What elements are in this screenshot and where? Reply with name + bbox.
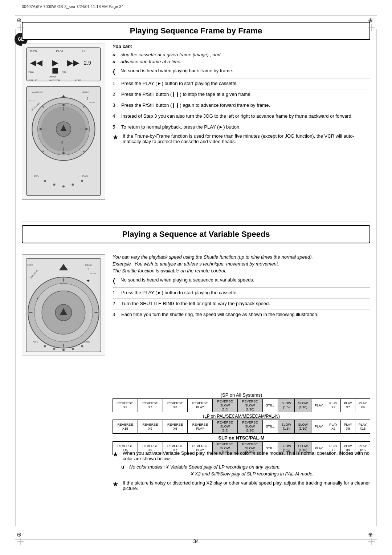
table-cell: REVERSE SLOW (1:5) — [213, 399, 238, 412]
step-s2: 2 Turn the SHUTTLE RING to the left or r… — [113, 298, 370, 306]
note-item-2: ⟨ No sound is heard when playing a seque… — [113, 277, 370, 285]
no-color-text: No color modes : ¥ Variable Speed play o… — [129, 464, 281, 470]
slp-title: SLP on NTSC/PAL-M — [113, 435, 370, 441]
svg-text:MENU: MENU — [85, 264, 92, 266]
svg-text:2: 2 — [87, 268, 89, 271]
section1-title: Playing Sequence Frame by Frame — [22, 22, 370, 40]
table-cell: REVERSE SLOW (1/10) — [237, 420, 262, 433]
crosshair-tr — [368, 17, 375, 24]
comma-marker-2: ⟨ — [113, 277, 118, 285]
bullet-advance: u advance one frame at a time. — [113, 59, 370, 64]
star-note-text-3: If the picture is noisy or distorted dur… — [123, 480, 370, 491]
sp-table: REVERSE X9REVERSE X7REVERSE X3REVERSE PL… — [113, 398, 370, 412]
page-container: 00407A)SV-7000W-GB-3_sea 7/24/01 11:18 A… — [0, 0, 392, 555]
svg-point-67 — [62, 349, 65, 351]
section2-content: You can vary the playback speed using th… — [113, 254, 370, 320]
example-line: Example You wish to analyze an athlete s… — [113, 261, 370, 267]
crosshair-br — [368, 531, 375, 538]
star-note-2: ★ When you activate Variable Speed play,… — [113, 450, 370, 461]
star-note-1: ★ If the Frame-by-Frame function is used… — [113, 133, 370, 144]
svg-text:WARNING: WARNING — [32, 91, 43, 93]
sp-title: (SP on All Systems) — [113, 392, 370, 398]
step-num-2: 2 — [113, 92, 121, 97]
example-text: You wish to analyze an athlete s techniq… — [134, 261, 279, 267]
step-s-text-1: Press the PLAY (►) button to start playi… — [121, 290, 238, 295]
bullet-advance-text: advance one frame at a time. — [121, 59, 181, 64]
table-cell: REVERSE X15 — [113, 420, 138, 433]
section2-intro1: You can vary the playback speed using th… — [113, 254, 370, 260]
note-text-1: No sound is heard when playing back fram… — [121, 68, 233, 76]
svg-point-36 — [42, 106, 44, 108]
header-meta: 00407A)SV-7000W-GB-3_sea 7/24/01 11:18 A… — [22, 4, 124, 9]
bottom-notes: ★ When you activate Variable Speed play,… — [113, 447, 370, 491]
section1-content: You can: u stop the cassette at a given … — [113, 44, 370, 144]
step-s-num-1: 1 — [113, 290, 121, 295]
svg-text:MENU: MENU — [82, 91, 89, 93]
svg-text:REV: REV — [34, 175, 39, 178]
svg-text:REC: REC — [28, 70, 34, 73]
svg-text:▶: ▶ — [52, 58, 58, 67]
table-cell: REVERSE X3 — [163, 399, 188, 412]
step-num-5: 5 — [113, 124, 121, 130]
right-border — [376, 29, 377, 526]
step-5: 5 To return to normal playback, press th… — [113, 122, 370, 130]
table-cell: PLAY X9 — [355, 399, 370, 412]
no-color-bullet: u No color modes : ¥ Variable Speed play… — [113, 464, 370, 470]
table-cell: PLAY — [311, 399, 326, 412]
svg-point-37 — [83, 106, 85, 108]
step-4: 4 Instead of Step 3 you can also turn th… — [113, 111, 370, 119]
svg-text:SLOW: SLOW — [89, 101, 95, 104]
lp-title: (LP on PAL/SECAM/MESECAM/PAL-N) — [113, 414, 370, 419]
step-2: 2 Press the P/Still button (❙❙) to stop … — [113, 89, 370, 97]
lp-table: REVERSE X15REVERSE X9REVERSE X5REVERSE P… — [113, 420, 370, 433]
svg-point-31 — [85, 128, 87, 130]
svg-text:4: 4 — [61, 140, 64, 145]
table-cell: PLAY X15 — [355, 420, 370, 433]
section-divider — [22, 222, 370, 222]
svg-point-39 — [83, 150, 85, 152]
step-1: 1 Press the PLAY (►) button to start pla… — [113, 78, 370, 86]
you-can-label: You can: — [113, 44, 370, 49]
step-text-5: To return to normal playback, press the … — [121, 124, 241, 130]
left-border — [15, 29, 16, 526]
star-icon-1: ★ — [113, 133, 120, 144]
table-cell: REVERSE PLAY — [188, 420, 213, 433]
bullet-stop-text: stop the cassette at a given frame (imag… — [121, 52, 220, 57]
svg-text:SLOW: SLOW — [90, 272, 96, 275]
svg-point-44 — [53, 183, 55, 186]
table-cell: PLAY X9 — [341, 420, 355, 433]
svg-point-69 — [81, 345, 83, 347]
svg-text:FWD: FWD — [84, 340, 90, 343]
svg-text:REV: REV — [33, 340, 38, 343]
crosshair-bl — [17, 531, 24, 538]
svg-point-43 — [44, 180, 46, 182]
svg-text:MONITOR: MONITOR — [49, 79, 60, 81]
vcr-image-1: PLAY F.F. REW ◀◀ ▶ ▶▶ 2.9 REC STOP P/S D… — [22, 44, 105, 200]
table-cell: SLOW (1/10) — [295, 399, 311, 412]
table-cell: REVERSE X7 — [138, 399, 163, 412]
svg-text:STOP: STOP — [49, 76, 57, 79]
svg-point-47 — [81, 180, 83, 182]
svg-text:2: 2 — [86, 97, 88, 100]
step-s-text-3: Each time you turn the shuttle ring, the… — [121, 312, 318, 317]
bullet-u-marker: u — [113, 52, 118, 57]
table-cell: REVERSE X9 — [113, 399, 138, 412]
svg-point-29 — [62, 152, 65, 154]
step-3: 3 Press the P/Still button (❙❙) again to… — [113, 100, 370, 108]
bullet-stop: u stop the cassette at a given frame (im… — [113, 52, 370, 57]
no-color-text2: ¥ X2 and Still/Slow play of SLP recordin… — [113, 471, 370, 477]
table-cell: REVERSE SLOW (1/10) — [237, 399, 262, 412]
table-cell: REVERSE SLOW (1:5) — [213, 420, 238, 433]
step-text-3: Press the P/Still button (❙❙) again to a… — [121, 102, 270, 108]
table-cell: PLAY X2 — [326, 420, 340, 433]
svg-text:DISPLAY: DISPLAY — [28, 79, 37, 81]
table-cell: STILL — [262, 399, 278, 412]
table-cell: SLOW (1:5) — [278, 420, 295, 433]
step-num-3: 3 — [113, 102, 121, 108]
table-cell: SLOW (1/10) — [295, 420, 311, 433]
svg-point-45 — [62, 185, 65, 187]
note-text-2: No sound is heard when playing a sequenc… — [121, 277, 254, 285]
u-marker-3: u — [121, 464, 126, 470]
top-border — [15, 15, 377, 16]
section2-title-container: Playing a Sequence at Variable Speeds — [0, 225, 392, 243]
